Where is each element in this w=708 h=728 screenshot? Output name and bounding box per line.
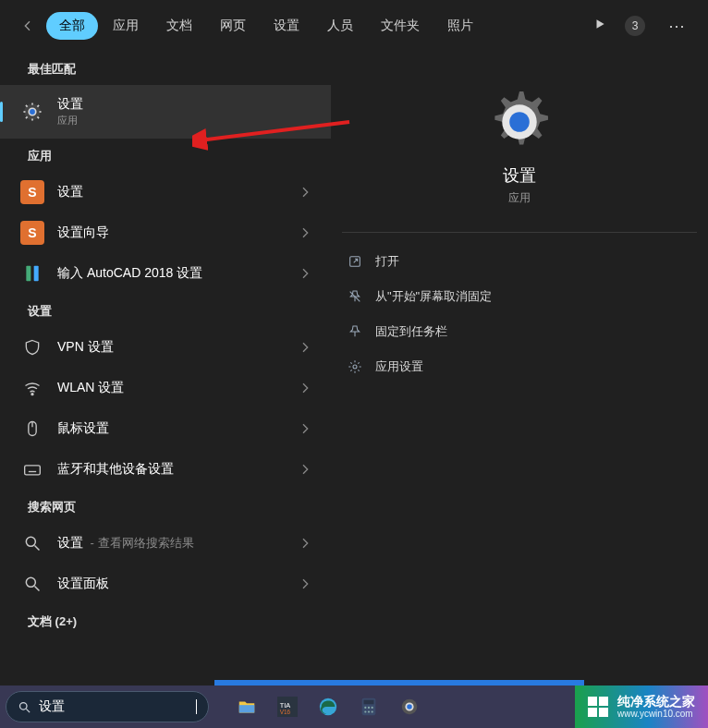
taskbar-search[interactable]: 设置: [6, 691, 209, 722]
tab-documents[interactable]: 文档: [153, 12, 205, 40]
section-web: 搜索网页: [0, 490, 331, 523]
app-row-0[interactable]: S 设置: [0, 172, 331, 212]
windows-logo-icon: [588, 697, 608, 717]
action-pin-taskbar[interactable]: 固定到任务栏: [342, 314, 697, 349]
app-row-2[interactable]: 输入 AutoCAD 2018 设置: [0, 253, 331, 294]
best-match-row[interactable]: 设置 应用: [0, 85, 331, 139]
web-row-1[interactable]: 设置面板: [0, 564, 331, 604]
setting-row-3[interactable]: 蓝牙和其他设备设置: [0, 449, 331, 490]
svg-text:V16: V16: [280, 709, 291, 715]
svg-point-43: [364, 710, 366, 712]
best-match-title: 设置: [57, 96, 318, 113]
action-label: 固定到任务栏: [375, 323, 447, 340]
svg-line-6: [26, 105, 28, 107]
setting-title: 鼠标设置: [57, 420, 285, 437]
settings-icon: [20, 100, 44, 124]
autocad-icon: [20, 261, 44, 285]
action-label: 打开: [375, 253, 399, 270]
web-title: 设置面板: [57, 576, 285, 592]
svg-point-1: [29, 108, 36, 115]
tab-settings[interactable]: 设置: [261, 12, 312, 40]
svg-point-47: [406, 703, 412, 710]
svg-rect-33: [239, 705, 255, 712]
chevron-right-icon: [298, 185, 312, 200]
section-documents[interactable]: 文档 (2+): [0, 604, 331, 637]
svg-point-40: [364, 707, 366, 709]
svg-line-9: [37, 105, 39, 107]
action-unpin-start[interactable]: 从"开始"屏幕取消固定: [342, 279, 697, 314]
tab-people[interactable]: 人员: [314, 12, 366, 40]
preview-sub: 应用: [508, 190, 531, 206]
search-icon: [20, 531, 44, 555]
svg-line-32: [26, 709, 30, 712]
edge-icon[interactable]: [316, 695, 340, 719]
best-match-sub: 应用: [57, 114, 318, 127]
svg-point-23: [26, 577, 35, 587]
chevron-right-icon: [298, 340, 312, 355]
wifi-icon: [20, 376, 44, 400]
action-app-settings[interactable]: 应用设置: [342, 349, 697, 384]
chevron-right-icon: [298, 536, 312, 551]
search-icon: [20, 572, 44, 596]
keyboard-icon: [20, 457, 44, 481]
svg-rect-15: [25, 466, 41, 475]
action-label: 从"开始"屏幕取消固定: [375, 288, 492, 305]
app-title: 设置向导: [57, 224, 285, 241]
filter-tabs: 全部 应用 文档 网页 设置 人员 文件夹 照片: [46, 12, 486, 40]
svg-point-12: [31, 394, 33, 395]
action-open[interactable]: 打开: [342, 244, 697, 279]
app-title: 设置: [57, 184, 285, 200]
tab-apps[interactable]: 应用: [100, 12, 152, 40]
svg-point-45: [372, 710, 373, 712]
web-row-0[interactable]: 设置 - 查看网络搜索结果: [0, 523, 331, 564]
setting-title: 蓝牙和其他设备设置: [57, 461, 285, 478]
tab-all[interactable]: 全部: [46, 12, 98, 40]
sogou-icon: S: [20, 221, 44, 245]
svg-rect-10: [26, 266, 31, 282]
section-settings: 设置: [0, 294, 331, 327]
explorer-icon[interactable]: [235, 695, 259, 719]
tia-icon[interactable]: TIAV16: [275, 695, 299, 719]
shield-icon: [20, 335, 44, 359]
chevron-right-icon: [298, 462, 312, 477]
search-input[interactable]: 设置: [39, 698, 189, 715]
settings-icon-large: [486, 89, 553, 155]
section-apps: 应用: [0, 139, 331, 172]
tab-photos[interactable]: 照片: [434, 12, 486, 40]
preview-panel: 设置 应用 打开 从"开始"屏幕取消固定 固定到任务栏 应用设置: [331, 52, 708, 686]
svg-line-8: [26, 116, 28, 118]
action-label: 应用设置: [375, 358, 423, 375]
run-icon[interactable]: [593, 18, 606, 34]
svg-point-29: [353, 365, 357, 369]
setting-row-1[interactable]: WLAN 设置: [0, 368, 331, 408]
svg-point-42: [372, 707, 373, 709]
setting-row-0[interactable]: VPN 设置: [0, 327, 331, 368]
back-button[interactable]: [13, 11, 43, 41]
svg-rect-11: [34, 266, 39, 282]
app-title: 输入 AutoCAD 2018 设置: [57, 265, 285, 282]
svg-rect-39: [364, 700, 374, 705]
mouse-icon: [20, 417, 44, 441]
svg-line-7: [37, 116, 39, 118]
more-button[interactable]: ⋯: [664, 16, 690, 36]
brand-name: 纯净系统之家: [617, 695, 695, 709]
tab-web[interactable]: 网页: [207, 12, 259, 40]
app-row-1[interactable]: S 设置向导: [0, 212, 331, 253]
search-header: 全部 应用 文档 网页 设置 人员 文件夹 照片 3 ⋯: [0, 0, 708, 52]
chevron-right-icon: [298, 421, 312, 436]
web-title: 设置 - 查看网络搜索结果: [57, 535, 285, 552]
result-count-badge: 3: [625, 16, 645, 36]
brand-url: www.ycwin10.com: [617, 709, 695, 719]
tab-folders[interactable]: 文件夹: [368, 12, 433, 40]
chevron-right-icon: [298, 576, 312, 591]
calculator-icon[interactable]: [357, 695, 381, 719]
sogou-icon: S: [20, 180, 44, 204]
setting-row-2[interactable]: 鼠标设置: [0, 408, 331, 449]
watermark: 纯净系统之家 www.ycwin10.com: [575, 686, 708, 728]
setting-title: VPN 设置: [57, 339, 285, 356]
svg-point-44: [368, 710, 370, 712]
preview-title: 设置: [503, 164, 536, 187]
separator: [342, 232, 697, 233]
svg-line-22: [35, 546, 40, 551]
settings-taskbar-icon[interactable]: [397, 695, 421, 719]
